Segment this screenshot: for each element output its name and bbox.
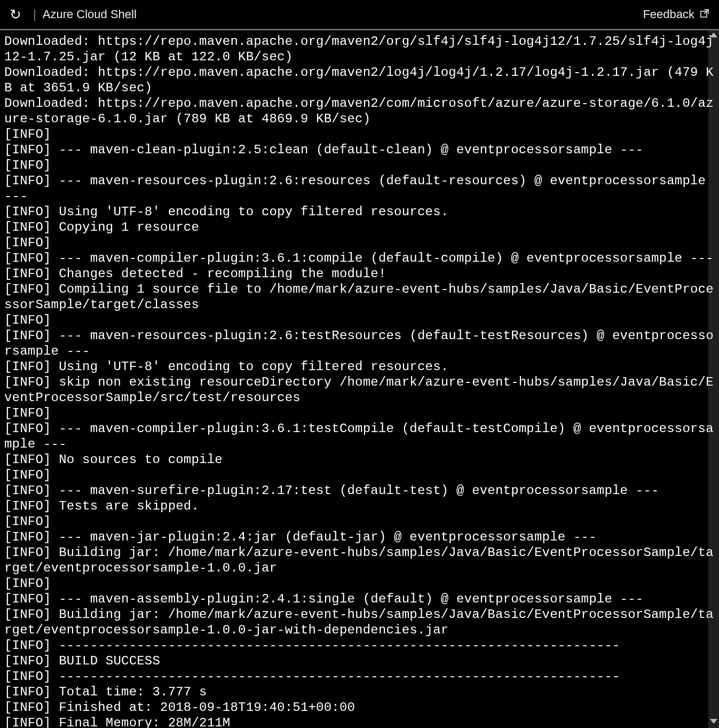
terminal-line: [INFO] [4,576,715,591]
terminal-line: [INFO] [4,127,715,142]
feedback-button[interactable]: Feedback [643,7,709,21]
scroll-up-icon[interactable] [710,33,717,37]
terminal-line: [INFO] Total time: 3.777 s [4,684,715,700]
scroll-down-icon[interactable] [710,719,717,724]
terminal-line: [INFO] Using 'UTF-8' encoding to copy fi… [4,359,715,374]
terminal-line: [INFO] [4,158,715,173]
cloud-shell-window: ↻ | Azure Cloud Shell Feedback Downloade… [0,0,719,728]
terminal-line: [INFO] --- maven-clean-plugin:2.5:clean … [4,142,715,158]
terminal-line: [INFO] Copying 1 resource [4,220,715,235]
terminal-line: Downloaded: https://repo.maven.apache.or… [4,34,715,65]
terminal-line: [INFO] Using 'UTF-8' encoding to copy fi… [4,204,715,220]
titlebar: ↻ | Azure Cloud Shell Feedback [0,0,719,30]
terminal-viewport[interactable]: Downloaded: https://repo.maven.apache.or… [0,30,719,728]
terminal-line: [INFO] [4,467,715,483]
terminal-line: Downloaded: https://repo.maven.apache.or… [4,65,715,96]
terminal-line: Downloaded: https://repo.maven.apache.or… [4,96,715,127]
terminal-line: [INFO] ---------------------------------… [4,638,715,653]
terminal-line: [INFO] Changes detected - recompiling th… [4,266,715,281]
feedback-label: Feedback [643,7,694,21]
terminal-line: [INFO] --- maven-compiler-plugin:3.6.1:t… [4,421,715,452]
terminal-line: [INFO] --- maven-compiler-plugin:3.6.1:c… [4,251,715,266]
terminal-line: [INFO] Final Memory: 28M/211M [4,715,715,728]
terminal-line: [INFO] --- maven-resources-plugin:2.6:re… [4,173,715,204]
terminal-line: [INFO] ---------------------------------… [4,669,715,684]
terminal-line: [INFO] --- maven-jar-plugin:2.4:jar (def… [4,529,715,545]
terminal-line: [INFO] BUILD SUCCESS [4,653,715,669]
svg-line-1 [704,10,708,14]
terminal-line: [INFO] No sources to compile [4,452,715,467]
terminal-line: [INFO] --- maven-surefire-plugin:2.17:te… [4,483,715,498]
terminal-output[interactable]: Downloaded: https://repo.maven.apache.or… [0,30,719,728]
terminal-line: [INFO] [4,514,715,529]
terminal-line: [INFO] --- maven-assembly-plugin:2.4.1:s… [4,591,715,607]
terminal-line: [INFO] Tests are skipped. [4,498,715,514]
terminal-line: [INFO] [4,312,715,328]
external-link-icon [700,9,709,21]
terminal-line: [INFO] Finished at: 2018-09-18T19:40:51+… [4,700,715,715]
titlebar-divider: | [33,7,36,21]
terminal-line: [INFO] [4,405,715,421]
terminal-line: [INFO] Compiling 1 source file to /home/… [4,281,715,312]
terminal-line: [INFO] Building jar: /home/mark/azure-ev… [4,607,715,638]
reload-icon[interactable]: ↻ [10,6,21,23]
terminal-line: [INFO] --- maven-resources-plugin:2.6:te… [4,328,715,359]
app-title: Azure Cloud Shell [43,7,137,21]
scrollbar[interactable] [708,30,719,728]
terminal-line: [INFO] skip non existing resourceDirecto… [4,374,715,405]
terminal-line: [INFO] [4,235,715,251]
terminal-line: [INFO] Building jar: /home/mark/azure-ev… [4,545,715,576]
